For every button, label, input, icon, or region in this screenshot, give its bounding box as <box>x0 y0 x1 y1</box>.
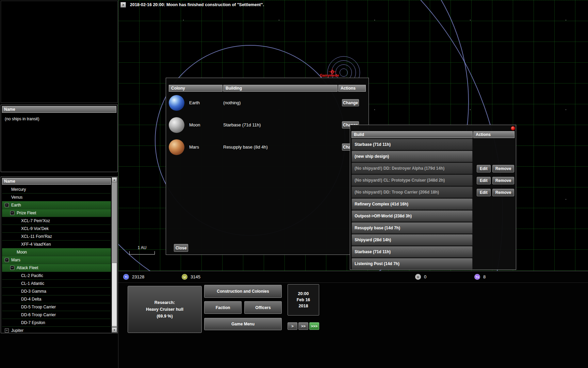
build-item[interactable]: (No shipyard!) DD: Troop Carrier (206d 1… <box>352 186 473 198</box>
construction-and-colonies-button[interactable]: Construction and Colonies <box>204 285 282 298</box>
time-advance-1-button[interactable]: > <box>288 322 297 330</box>
tree-item[interactable]: Moon <box>2 248 111 256</box>
scroll-thumb[interactable] <box>112 263 117 326</box>
tree-item-label: DD-4 Delta <box>21 297 41 302</box>
colony-dialog: Colony Building Actions Earth(nothing)Ch… <box>166 78 369 255</box>
research-project: Heavy Cruiser hull <box>146 307 183 312</box>
tree-item[interactable]: −Attack Fleet <box>2 264 111 272</box>
tree-item-label: XCL-7 Pem'Xoz <box>21 218 50 223</box>
tree-item-label: DD-5 Troop Carrier <box>21 305 56 309</box>
tree-item[interactable]: XCL-9 Vox'Dek <box>2 225 111 233</box>
resource-tx: Tx8 <box>474 274 486 280</box>
tree-item[interactable]: −Earth <box>2 201 111 209</box>
tree-item-label: Jupiter <box>11 328 23 333</box>
tree-item[interactable]: XCL-11 Fom'Raz <box>2 233 111 241</box>
scale-line <box>129 251 155 255</box>
build-item[interactable]: Starbase (71d 11h) <box>352 246 473 258</box>
build-item-actions: EditRemove <box>473 163 514 174</box>
build-item[interactable]: Resupply base (14d 7h) <box>352 222 473 234</box>
build-item-actions <box>473 258 514 270</box>
research-panel[interactable]: Research: Heavy Cruiser hull (69.9 %) <box>128 286 202 333</box>
n-mineral-icon: n <box>415 274 421 280</box>
edit-button[interactable]: Edit <box>477 177 491 184</box>
tree-item[interactable]: −Prize Fleet <box>2 209 111 217</box>
collapse-icon[interactable]: − <box>10 266 14 270</box>
colony-name: Earth <box>189 100 223 105</box>
build-item[interactable]: (No shipyard!) CL: Prototype Cruiser (34… <box>352 174 473 186</box>
officers-button[interactable]: Officers <box>244 301 282 314</box>
scroll-up-button[interactable]: ▲ <box>112 177 117 182</box>
tree-item[interactable]: CL-2 Pacific <box>2 272 111 280</box>
research-title: Research: <box>154 300 175 305</box>
build-body: Starbase (71d 11h)(new ship design)(No s… <box>352 139 514 270</box>
tree-scrollbar[interactable]: ▲ ▼ <box>112 177 117 333</box>
tree-item-label: CL-2 Pacific <box>21 273 43 278</box>
tree-item[interactable]: Venus <box>2 194 111 201</box>
close-dialog-icon[interactable] <box>511 126 515 131</box>
colony-building: Resupply base (8d 4h) <box>223 144 342 150</box>
tree-item-label: XCL-11 Fom'Raz <box>21 234 52 239</box>
game-menu-button[interactable]: Game Menu <box>204 318 282 330</box>
tree-item[interactable]: DD-7 Epsilon <box>2 319 111 327</box>
remove-button[interactable]: Remove <box>492 165 514 172</box>
time-advance-2-button[interactable]: >> <box>298 322 308 330</box>
build-item-label: (No shipyard!) DD: Troop Carrier (206d 1… <box>355 190 439 195</box>
build-item-label: Listening Post (14d 7h) <box>355 261 399 266</box>
build-item[interactable]: (No shipyard!) DD: Destroyer Alpha (179d… <box>352 163 473 174</box>
moon-planet-icon <box>169 117 184 133</box>
current-year: 2018 <box>299 304 308 308</box>
collapse-icon[interactable]: − <box>5 258 9 262</box>
mars-planet-icon <box>169 139 184 155</box>
build-item-label: (No shipyard!) CL: Prototype Cruiser (34… <box>355 178 445 183</box>
tree-item[interactable]: −Jupiter <box>2 327 111 333</box>
build-item[interactable]: Outpost->Off-World (238d 3h) <box>352 210 473 222</box>
colony-building: (nothing) <box>223 100 342 105</box>
edit-button[interactable]: Edit <box>477 189 491 196</box>
faction-button[interactable]: Faction <box>204 301 242 314</box>
tree-item-label: Mars <box>11 258 20 262</box>
ships-in-transit-panel: Name (no ships in transit) <box>1 105 118 172</box>
close-button[interactable]: Close <box>174 244 188 252</box>
build-item-actions <box>473 222 514 234</box>
message-expand-button[interactable]: > <box>120 2 126 7</box>
tree-item[interactable]: DD-5 Troop Carrier <box>2 303 111 311</box>
change-button[interactable]: Change <box>342 99 359 106</box>
tree-item[interactable]: DD-4 Delta <box>2 295 111 303</box>
build-item-label: (No shipyard!) DD: Destroyer Alpha (179d… <box>355 166 444 171</box>
edit-button[interactable]: Edit <box>477 165 491 172</box>
build-item-actions <box>473 139 514 151</box>
remove-button[interactable]: Remove <box>492 177 514 184</box>
tree-item[interactable]: DD-3 Gamma <box>2 288 111 295</box>
build-item[interactable]: Shipyard (28d 14h) <box>352 234 473 246</box>
build-item-label: Outpost->Off-World (238d 3h) <box>355 214 412 218</box>
colony-name: Moon <box>189 122 223 127</box>
actions-column-header: Actions <box>338 85 366 92</box>
tree-item[interactable]: DD-6 Troop Carrier <box>2 311 111 319</box>
tree-item[interactable]: XCL-7 Pem'Xoz <box>2 217 111 225</box>
collapse-icon[interactable]: − <box>10 211 14 215</box>
tree-item[interactable]: −Mars <box>2 256 111 264</box>
transit-panel-header: Name <box>2 106 116 113</box>
tree-item[interactable]: CL-1 Atlantic <box>2 280 111 288</box>
collapse-icon[interactable]: − <box>5 203 9 207</box>
build-item[interactable]: Listening Post (14d 7h) <box>352 258 473 270</box>
collapse-icon[interactable]: − <box>5 328 9 333</box>
remove-button[interactable]: Remove <box>492 189 514 196</box>
transit-empty-text: (no ships in transit) <box>1 114 117 124</box>
build-item-label: Refinery Complex (41d 16h) <box>355 202 408 206</box>
tx-mineral-icon: Tx <box>474 274 480 280</box>
build-item[interactable]: (new ship design) <box>352 151 473 162</box>
build-item[interactable]: Starbase (71d 11h) <box>352 139 473 150</box>
build-item[interactable]: Refinery Complex (41d 16h) <box>352 198 473 210</box>
colony-row: MoonStarbase (71d 11h)Change <box>169 114 366 136</box>
build-item-actions <box>473 151 514 163</box>
tree-item[interactable]: Mercury <box>2 186 111 194</box>
build-item-label: (new ship design) <box>355 154 389 159</box>
time-advance-3-button[interactable]: >>> <box>309 322 319 330</box>
system-objects-panel: Name MercuryVenus−Earth−Prize FleetXCL-7… <box>1 177 118 333</box>
build-column-header: Build <box>352 131 473 138</box>
scroll-down-button[interactable]: ▼ <box>112 327 117 333</box>
map-scale: 1 AU <box>129 245 155 255</box>
tree-item[interactable]: XFF-4 Vaad'Ken <box>2 241 111 248</box>
colony-row: MarsResupply base (8d 4h)Change <box>169 136 366 158</box>
